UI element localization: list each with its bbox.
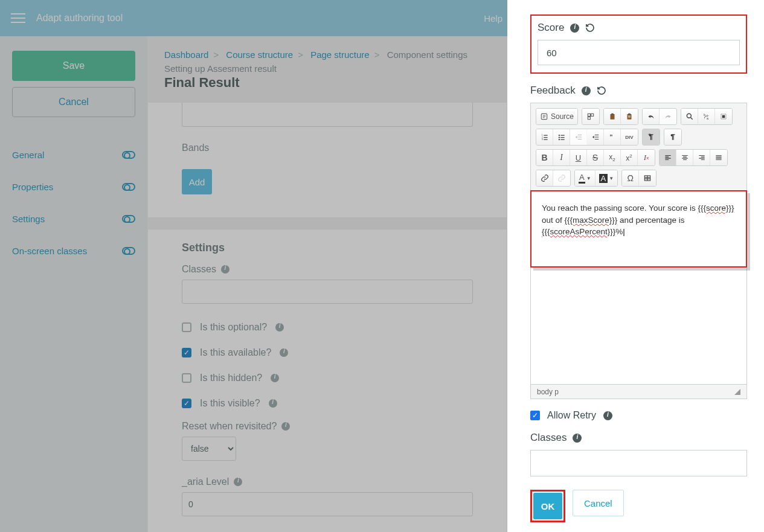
add-band-button[interactable]: Add	[182, 169, 212, 194]
table-button[interactable]	[639, 170, 656, 186]
checkbox-available[interactable]: ✓	[182, 348, 191, 357]
paste-word-button[interactable]: W	[621, 109, 638, 124]
score-input[interactable]	[538, 40, 740, 65]
bullet-list-button[interactable]	[553, 129, 570, 145]
editor-path[interactable]: body p	[537, 388, 559, 396]
blockquote-button[interactable]: ”	[604, 129, 621, 145]
cancel-button[interactable]: Cancel	[12, 87, 135, 117]
unlink-button[interactable]	[553, 170, 570, 186]
sidebar-item-onscreen[interactable]: On-screen classes	[12, 235, 135, 267]
info-icon[interactable]	[275, 323, 284, 332]
svg-rect-3	[588, 117, 590, 120]
svg-point-17	[558, 135, 559, 136]
svg-rect-2	[591, 114, 594, 116]
link-button[interactable]	[536, 170, 553, 186]
info-icon[interactable]	[280, 348, 288, 357]
crumb-page[interactable]: Page structure	[310, 50, 370, 60]
checkbox-hidden[interactable]	[182, 373, 191, 383]
selectall-button[interactable]	[715, 109, 732, 124]
undo-button[interactable]	[643, 109, 660, 124]
bold-button[interactable]: B	[536, 150, 553, 165]
toggle-icon	[122, 183, 135, 191]
ok-highlight-frame: OK	[530, 490, 565, 522]
specialchar-button[interactable]: Ω	[622, 170, 639, 186]
svg-rect-1	[588, 114, 590, 116]
svg-text:a: a	[707, 117, 708, 120]
paste-button[interactable]	[604, 109, 621, 124]
page-subtitle: Setting up Assesment result	[147, 61, 507, 74]
remove-format-button[interactable]: Ix	[638, 150, 655, 165]
allow-retry-checkbox[interactable]: ✓	[530, 411, 540, 420]
source-button[interactable]: Source	[536, 109, 577, 124]
rtl-button[interactable]	[664, 129, 681, 145]
templates-button[interactable]	[582, 109, 599, 124]
editor-status-bar: body p	[531, 384, 746, 399]
resize-grip-icon[interactable]	[734, 389, 740, 395]
text-color-button[interactable]: A▼	[575, 170, 595, 186]
svg-point-19	[558, 139, 559, 140]
reset-select[interactable]: false	[182, 437, 236, 461]
redo-button[interactable]	[660, 109, 676, 124]
checkbox-label: Is this optional?	[200, 322, 267, 333]
checkbox-label: Is this hidden?	[200, 373, 262, 383]
crumb-course[interactable]: Course structure	[226, 50, 293, 60]
numbered-list-button[interactable]: 123	[536, 129, 553, 145]
italic-button[interactable]: I	[553, 150, 570, 165]
indent-button[interactable]	[587, 129, 604, 145]
breadcrumb: Dashboard> Course structure> Page struct…	[147, 36, 507, 61]
info-icon[interactable]	[603, 411, 612, 420]
info-icon[interactable]	[573, 434, 582, 443]
subscript-button[interactable]: x2	[604, 150, 621, 165]
toggle-icon	[122, 151, 135, 159]
settings-heading: Settings	[148, 229, 507, 259]
panel-cancel-button[interactable]: Cancel	[573, 490, 624, 516]
info-icon[interactable]	[281, 422, 290, 431]
crumb-dashboard[interactable]: Dashboard	[164, 50, 208, 60]
cut-input[interactable]	[182, 103, 473, 127]
align-justify-button[interactable]	[710, 150, 727, 165]
checkbox-label: Is this visible?	[200, 398, 260, 409]
bg-color-button[interactable]: A▼	[595, 170, 618, 186]
ltr-button[interactable]	[643, 129, 660, 145]
score-highlight-frame: Score	[530, 14, 747, 74]
sidebar-item-label: Properties	[12, 182, 53, 192]
align-right-button[interactable]	[693, 150, 710, 165]
svg-text:”: ”	[609, 133, 612, 141]
align-left-button[interactable]	[660, 150, 676, 165]
save-button[interactable]: Save	[12, 51, 135, 81]
info-icon[interactable]	[271, 374, 279, 382]
info-icon[interactable]	[570, 24, 579, 33]
editor-body: You reach the passing score. Your score …	[531, 191, 746, 324]
underline-button[interactable]: U	[570, 150, 587, 165]
outdent-button[interactable]	[570, 129, 587, 145]
find-button[interactable]	[681, 109, 698, 124]
sidebar-item-general[interactable]: General	[12, 139, 135, 171]
sidebar-item-settings[interactable]: Settings	[12, 203, 135, 235]
editor-toolbar: Source W ba 123 ”	[531, 103, 746, 191]
menu-icon[interactable]	[0, 13, 36, 23]
side-panel: Score Feedback Source W	[507, 0, 764, 532]
aria-input[interactable]	[182, 492, 473, 516]
info-icon[interactable]	[269, 399, 277, 408]
svg-rect-13	[722, 115, 725, 118]
strike-button[interactable]: S	[587, 150, 604, 165]
main-content: Dashboard> Course structure> Page struct…	[147, 36, 507, 532]
sidebar-item-properties[interactable]: Properties	[12, 171, 135, 203]
reset-icon[interactable]	[597, 86, 606, 95]
checkbox-optional[interactable]	[182, 322, 191, 332]
classes-input[interactable]	[182, 280, 473, 304]
help-link[interactable]: Help	[484, 0, 502, 36]
panel-classes-input[interactable]	[530, 450, 747, 476]
replace-button[interactable]: ba	[698, 109, 715, 124]
info-icon[interactable]	[221, 265, 230, 274]
ok-button[interactable]: OK	[533, 493, 562, 519]
svg-rect-4	[610, 114, 614, 120]
div-button[interactable]: DIV	[621, 129, 638, 145]
info-icon[interactable]	[582, 86, 591, 95]
checkbox-visible[interactable]: ✓	[182, 399, 191, 408]
reset-label: Reset when revisited?	[182, 421, 277, 432]
align-center-button[interactable]	[676, 150, 693, 165]
reset-icon[interactable]	[585, 23, 595, 33]
info-icon[interactable]	[234, 478, 242, 486]
superscript-button[interactable]: x2	[621, 150, 638, 165]
